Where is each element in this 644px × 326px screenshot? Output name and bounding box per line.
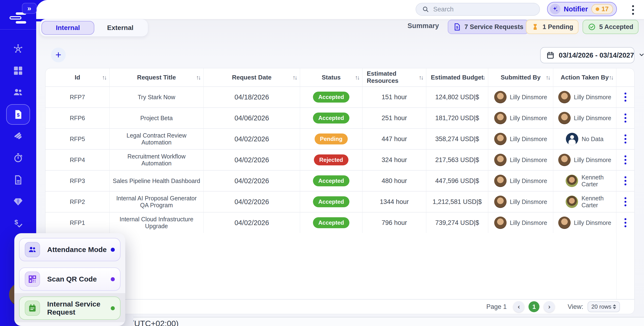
cell-resources: 480 hour: [362, 171, 426, 191]
sort-icon[interactable]: ↑↓: [292, 74, 296, 81]
search-box: [416, 3, 540, 16]
cell-date: 04/18/2026: [204, 87, 300, 107]
segment-internal[interactable]: Internal: [42, 21, 94, 35]
date-range-picker[interactable]: 03/14/2026 - 03/14/2027: [540, 47, 634, 63]
cell-budget: 358,274 USD|$: [426, 129, 488, 149]
status-badge: Accepted: [313, 113, 349, 123]
sort-icon[interactable]: ↑↓: [480, 74, 485, 81]
status-dot: [111, 306, 115, 310]
status-dot: [111, 248, 115, 252]
sidebar-item-service-requests-icon[interactable]: $: [6, 104, 30, 125]
rows-per-page-value: 20 rows: [591, 304, 611, 310]
menu-item-attendance-mode[interactable]: Attendance Mode: [19, 238, 120, 261]
cell-budget: 739,274 USD|$: [426, 213, 488, 233]
sort-icon[interactable]: ↑↓: [355, 74, 359, 81]
cell-action-taken-by: Kenneth Carter: [553, 192, 616, 212]
status-badge: Rejected: [314, 154, 348, 165]
row-menu-icon[interactable]: [624, 113, 626, 123]
row-menu-icon[interactable]: [624, 218, 626, 227]
summary-label: Summary: [408, 22, 439, 30]
table-empty-space: [46, 233, 634, 299]
segment-external[interactable]: External: [94, 21, 146, 35]
row-menu-icon[interactable]: [624, 134, 626, 143]
column-header-request-date: Request Date↑↓: [204, 68, 300, 86]
cell-submitted-by: Lilly Dinsmore: [488, 192, 553, 212]
row-menu-icon[interactable]: [624, 176, 626, 185]
sidebar-item-timer-icon[interactable]: [0, 152, 36, 163]
cell-actions: [616, 87, 634, 107]
date-range-value: 03/14/2026 - 03/14/2027: [559, 51, 634, 59]
cell-id: RFP1: [46, 213, 110, 233]
sidebar-item-gem-icon[interactable]: [0, 196, 36, 207]
cell-resources: 251 hour: [362, 108, 426, 128]
cell-title: Recruitment Workflow Automation: [110, 150, 204, 170]
cell-resources: 324 hour: [362, 150, 426, 170]
cell-actions: [616, 129, 634, 149]
sidebar-item-handshake-icon[interactable]: [0, 130, 36, 141]
sidebar-item-dashboard-icon[interactable]: [0, 65, 36, 76]
status-badge: Accepted: [313, 175, 349, 186]
add-request-button[interactable]: +: [51, 48, 66, 62]
cell-date: 04/02/2026: [204, 213, 300, 233]
app-root: $ $ » Service Requests Proposals Not: [0, 0, 644, 326]
cell-budget: 124,802 USD|$: [426, 87, 488, 107]
sort-icon[interactable]: ↑↓: [609, 74, 613, 81]
column-header-status: Status↑↓: [300, 68, 362, 86]
search-icon: [422, 5, 430, 13]
avatar: [558, 112, 571, 124]
menu-item-label: Scan QR Code: [47, 275, 97, 283]
status-dot: [111, 277, 115, 281]
prev-page-button[interactable]: ‹: [513, 301, 524, 312]
avatar: [566, 196, 578, 208]
avatar: [494, 154, 506, 166]
row-menu-icon[interactable]: [624, 155, 626, 164]
cell-status: Accepted: [300, 213, 362, 233]
sidebar-item-payment-check-icon[interactable]: $: [0, 218, 36, 229]
row-menu-icon[interactable]: [624, 93, 626, 102]
column-header-request-title: Request Title↑↓: [110, 68, 204, 86]
notifier-count: 17: [602, 5, 609, 13]
summary-service-requests-badge[interactable]: $ 7 Service Requests: [448, 20, 529, 34]
current-page-button[interactable]: 1: [528, 301, 540, 312]
cell-action-taken-by: Kenneth Carter: [553, 171, 616, 191]
sort-icon[interactable]: ↑↓: [419, 74, 423, 81]
summary-accepted-text: 5 Accepted: [599, 23, 633, 31]
header-menu-icon[interactable]: [628, 4, 638, 16]
cell-action-taken-by: Lilly Dinsmore: [553, 108, 616, 128]
check-circle-icon: [588, 23, 596, 31]
next-page-button[interactable]: ›: [544, 301, 555, 312]
rows-per-page-select[interactable]: 20 rows: [588, 301, 620, 312]
sidebar-expand-button[interactable]: »: [22, 3, 37, 14]
table-row: RFP4 Recruitment Workflow Automation 04/…: [46, 149, 634, 170]
summary-accepted-badge[interactable]: 5 Accepted: [582, 20, 638, 34]
sidebar-item-hub-icon[interactable]: [0, 43, 36, 54]
menu-item-internal-service-request[interactable]: Internal Service Request: [19, 297, 120, 320]
timezone-text: ET (UTC+02:00): [133, 319, 178, 326]
menu-item-label: Internal Service Request: [47, 300, 109, 317]
menu-item-label: Attendance Mode: [47, 246, 107, 254]
summary-pending-text: 1 Pending: [542, 23, 573, 31]
sparkle-icon: [550, 4, 560, 14]
cell-budget: 181,720 USD|$: [426, 108, 488, 128]
notifier-count-badge: 17: [591, 4, 613, 14]
notifier-button[interactable]: Notifier 17: [547, 2, 617, 16]
sort-icon[interactable]: ↑↓: [546, 74, 550, 81]
table-row: RFP7 Try Stark Now 04/18/2026 Accepted 1…: [46, 86, 634, 107]
sidebar-item-people-icon[interactable]: [0, 87, 36, 98]
summary-pending-badge[interactable]: 1 Pending: [526, 20, 578, 34]
svg-text:$: $: [456, 25, 458, 29]
sort-icon[interactable]: ↑↓: [102, 74, 106, 81]
sidebar-item-document-icon[interactable]: [0, 174, 36, 185]
sort-icon[interactable]: ↑↓: [196, 74, 200, 81]
requests-table: Id↑↓ Request Title↑↓ Request Date↑↓ Stat…: [45, 68, 634, 314]
search-input[interactable]: [433, 6, 534, 13]
cell-actions: [616, 192, 634, 212]
cell-date: 04/02/2026: [204, 150, 300, 170]
cell-budget: 217,563 USD|$: [426, 150, 488, 170]
cell-status: Accepted: [300, 108, 362, 128]
row-menu-icon[interactable]: [624, 197, 626, 206]
svg-text:$: $: [17, 112, 20, 118]
svg-text:$: $: [14, 219, 18, 226]
table-row: RFP6 Project Beta 04/06/2026 Accepted 25…: [46, 107, 634, 128]
menu-item-scan-qr-code[interactable]: Scan QR Code: [19, 268, 120, 291]
